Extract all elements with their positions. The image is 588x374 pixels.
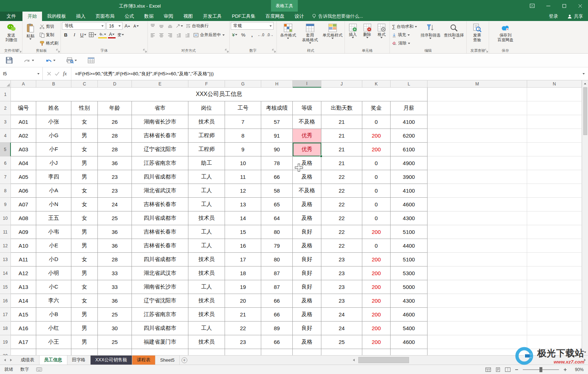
cell-I19[interactable]: 及格: [293, 335, 321, 349]
comma-style-button[interactable]: ,: [248, 31, 256, 38]
cell-D9[interactable]: 24: [98, 198, 132, 211]
invoice-check-button[interactable]: 发票 查验: [468, 22, 487, 47]
cell-D8[interactable]: 23: [98, 184, 132, 198]
cell-E19[interactable]: 福建省厦门市: [132, 335, 188, 349]
page-break-view-icon[interactable]: [505, 367, 510, 372]
cell-A8[interactable]: A06: [11, 184, 36, 198]
cell-A16[interactable]: A14: [11, 294, 36, 308]
next-sheet-icon[interactable]: [10, 358, 12, 362]
cell-E8[interactable]: 湖北省武汉市: [132, 184, 188, 198]
prev-sheet-icon[interactable]: [4, 358, 6, 362]
sheet-tab-1[interactable]: 员工信息: [39, 356, 67, 365]
cell-F17[interactable]: 技术员: [188, 308, 225, 322]
scroll-left-icon[interactable]: [351, 357, 357, 363]
cell-J8[interactable]: 22: [321, 184, 362, 198]
row-header-20[interactable]: 20: [0, 349, 11, 355]
cell[interactable]: [527, 198, 582, 211]
bold-button[interactable]: B: [62, 31, 70, 38]
cell-K17[interactable]: 200: [362, 308, 391, 322]
cell[interactable]: [428, 280, 527, 294]
cell[interactable]: [527, 308, 582, 322]
cell-J19[interactable]: 25: [321, 335, 362, 349]
cell-L3[interactable]: 4100: [391, 115, 428, 129]
cell-G5[interactable]: 9: [225, 143, 261, 156]
cell-J9[interactable]: 22: [321, 198, 362, 211]
vertical-scroll-thumb[interactable]: [583, 87, 587, 135]
cell[interactable]: 等级: [293, 101, 321, 115]
row-header-16[interactable]: 16: [0, 294, 11, 308]
cell-K8[interactable]: 0: [362, 184, 391, 198]
cell[interactable]: [527, 170, 582, 184]
undo-button[interactable]: [45, 58, 55, 63]
row-header-6[interactable]: 6: [0, 156, 11, 170]
cell-D12[interactable]: 36: [98, 239, 132, 253]
cell-L5[interactable]: 6100: [391, 143, 428, 156]
cell-B13[interactable]: 小D: [36, 253, 71, 266]
column-header-N[interactable]: N: [527, 80, 582, 88]
dialog-launcher-icon[interactable]: [225, 49, 229, 53]
row-header-9[interactable]: 9: [0, 198, 11, 211]
cell-E7[interactable]: 四川省成都市: [132, 170, 188, 184]
cell-L19[interactable]: 4600: [391, 335, 428, 349]
ribbon-tab-8[interactable]: 视图: [178, 12, 198, 21]
row-header-4[interactable]: 4: [0, 129, 11, 143]
font-size-select[interactable]: 16: [107, 22, 122, 30]
dialog-launcher-icon[interactable]: [484, 49, 488, 53]
format-painter-button[interactable]: 格式刷: [38, 39, 60, 47]
cell[interactable]: 工号: [225, 101, 261, 115]
cell-C13[interactable]: 女: [71, 253, 98, 266]
select-all-button[interactable]: [0, 80, 11, 88]
cell-A18[interactable]: A16: [11, 322, 36, 335]
cell-K13[interactable]: 200: [362, 253, 391, 266]
ribbon-tab-7[interactable]: 审阅: [159, 12, 178, 21]
cell-C8[interactable]: 女: [71, 184, 98, 198]
cell-D17[interactable]: 25: [98, 308, 132, 322]
cell-K4[interactable]: 200: [362, 129, 391, 143]
cell[interactable]: 月薪: [391, 101, 428, 115]
cell-B3[interactable]: 小张: [36, 115, 71, 129]
expand-formula-bar-button[interactable]: [579, 67, 588, 80]
cell-K15[interactable]: 200: [362, 280, 391, 294]
cell-B6[interactable]: 小J: [36, 156, 71, 170]
cell-I5[interactable]: 优秀: [293, 143, 321, 156]
cell[interactable]: [527, 129, 582, 143]
align-middle-button[interactable]: [158, 22, 165, 30]
cell-I16[interactable]: 及格: [293, 294, 321, 308]
cell-F6[interactable]: 助工: [188, 156, 225, 170]
cell[interactable]: [188, 349, 225, 355]
cell-K3[interactable]: 0: [362, 115, 391, 129]
find-select-button[interactable]: 查找和选择: [443, 22, 465, 47]
cell-J14[interactable]: 23: [321, 266, 362, 280]
cell-I17[interactable]: 及格: [293, 308, 321, 322]
cell-A4[interactable]: A02: [11, 129, 36, 143]
insert-function-button[interactable]: fx: [63, 71, 67, 77]
tell-me-box[interactable]: 告诉我您想要做什么...: [312, 12, 363, 21]
cell-E6[interactable]: 江苏省南京市: [132, 156, 188, 170]
cell-E16[interactable]: 辽宁省沈阳市: [132, 294, 188, 308]
cell-C17[interactable]: 男: [71, 308, 98, 322]
row-header-3[interactable]: 3: [0, 115, 11, 129]
ribbon-tab-10[interactable]: PDF工具集: [227, 12, 260, 21]
cell-D7[interactable]: 23: [98, 170, 132, 184]
cell-K16[interactable]: 200: [362, 294, 391, 308]
cell-C14[interactable]: 男: [71, 266, 98, 280]
cell-E12[interactable]: 吉林省长春市: [132, 239, 188, 253]
cell-A5[interactable]: A03: [11, 143, 36, 156]
cell-F4[interactable]: 工程师: [188, 129, 225, 143]
cell-A13[interactable]: A11: [11, 253, 36, 266]
cell-L8[interactable]: 4100: [391, 184, 428, 198]
cell[interactable]: [428, 143, 527, 156]
cell-A17[interactable]: A15: [11, 308, 36, 322]
cell-J13[interactable]: 23: [321, 253, 362, 266]
decrease-indent-button[interactable]: [175, 31, 183, 39]
align-center-button[interactable]: [158, 31, 165, 39]
cut-button[interactable]: 剪切: [38, 23, 60, 30]
cell-D4[interactable]: 28: [98, 129, 132, 143]
cell-A10[interactable]: A08: [11, 211, 36, 225]
cell-G13[interactable]: 17: [225, 253, 261, 266]
increase-font-button[interactable]: A: [124, 22, 131, 30]
column-header-K[interactable]: K: [362, 80, 391, 88]
cell-D19[interactable]: 25: [98, 335, 132, 349]
format-as-table-button[interactable]: 套用 表格格式: [299, 22, 321, 47]
font-name-select[interactable]: 等线: [62, 22, 105, 30]
